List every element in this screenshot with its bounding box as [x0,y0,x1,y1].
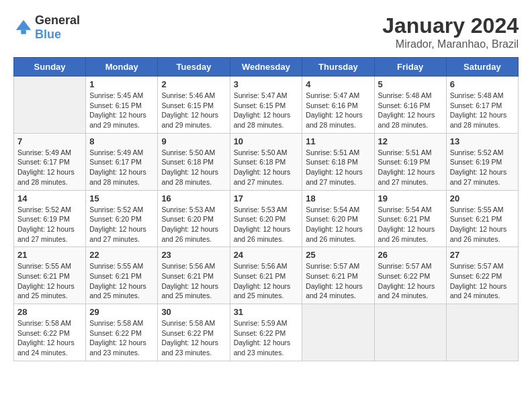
day-number: 22 [89,250,154,260]
day-number: 21 [17,250,82,260]
calendar-cell: 3Sunrise: 5:47 AM Sunset: 6:15 PM Daylig… [230,77,302,134]
calendar-cell: 21Sunrise: 5:55 AM Sunset: 6:21 PM Dayli… [14,247,86,304]
day-info: Sunrise: 5:55 AM Sunset: 6:21 PM Dayligh… [89,261,154,301]
calendar-table: SundayMondayTuesdayWednesdayThursdayFrid… [13,57,519,361]
day-info: Sunrise: 5:50 AM Sunset: 6:18 PM Dayligh… [161,148,226,187]
day-number: 17 [234,193,299,203]
week-row-1: 1Sunrise: 5:45 AM Sunset: 6:15 PM Daylig… [14,77,519,134]
day-number: 3 [234,79,299,89]
day-number: 11 [306,136,370,146]
day-number: 31 [234,307,299,317]
calendar-cell: 16Sunrise: 5:53 AM Sunset: 6:20 PM Dayli… [158,190,230,247]
day-info: Sunrise: 5:45 AM Sunset: 6:15 PM Dayligh… [89,91,154,130]
calendar-cell: 24Sunrise: 5:56 AM Sunset: 6:21 PM Dayli… [230,247,302,304]
day-number: 26 [378,250,443,260]
calendar-cell: 7Sunrise: 5:49 AM Sunset: 6:17 PM Daylig… [14,133,86,190]
day-header-sunday: Sunday [14,58,86,77]
day-info: Sunrise: 5:56 AM Sunset: 6:21 PM Dayligh… [161,261,226,301]
calendar-cell: 29Sunrise: 5:58 AM Sunset: 6:22 PM Dayli… [86,304,158,361]
day-info: Sunrise: 5:57 AM Sunset: 6:22 PM Dayligh… [450,261,515,301]
day-info: Sunrise: 5:55 AM Sunset: 6:21 PM Dayligh… [17,261,82,301]
calendar-title: January 2024 [382,13,519,38]
week-row-5: 28Sunrise: 5:58 AM Sunset: 6:22 PM Dayli… [14,304,519,361]
week-row-3: 14Sunrise: 5:52 AM Sunset: 6:19 PM Dayli… [14,190,519,247]
day-info: Sunrise: 5:55 AM Sunset: 6:21 PM Dayligh… [450,205,515,244]
calendar-cell: 20Sunrise: 5:55 AM Sunset: 6:21 PM Dayli… [446,190,518,247]
calendar-cell: 5Sunrise: 5:48 AM Sunset: 6:16 PM Daylig… [374,77,446,134]
day-number: 25 [306,250,370,260]
day-number: 16 [161,193,226,203]
calendar-cell [446,304,518,361]
calendar-cell: 1Sunrise: 5:45 AM Sunset: 6:15 PM Daylig… [86,77,158,134]
day-number: 23 [161,250,226,260]
day-info: Sunrise: 5:52 AM Sunset: 6:19 PM Dayligh… [17,205,82,244]
day-info: Sunrise: 5:56 AM Sunset: 6:21 PM Dayligh… [234,261,299,301]
calendar-cell: 12Sunrise: 5:51 AM Sunset: 6:19 PM Dayli… [374,133,446,190]
day-header-monday: Monday [86,58,158,77]
day-number: 24 [234,250,299,260]
calendar-cell: 28Sunrise: 5:58 AM Sunset: 6:22 PM Dayli… [14,304,86,361]
calendar-cell: 11Sunrise: 5:51 AM Sunset: 6:18 PM Dayli… [302,133,374,190]
day-header-thursday: Thursday [302,58,374,77]
calendar-cell: 4Sunrise: 5:47 AM Sunset: 6:16 PM Daylig… [302,77,374,134]
day-number: 12 [378,136,443,146]
calendar-cell: 9Sunrise: 5:50 AM Sunset: 6:18 PM Daylig… [158,133,230,190]
day-info: Sunrise: 5:53 AM Sunset: 6:20 PM Dayligh… [234,205,299,244]
logo-blue-text: Blue [35,28,61,41]
day-number: 19 [378,193,443,203]
day-header-wednesday: Wednesday [230,58,302,77]
calendar-cell: 13Sunrise: 5:52 AM Sunset: 6:19 PM Dayli… [446,133,518,190]
day-number: 15 [89,193,154,203]
day-info: Sunrise: 5:47 AM Sunset: 6:16 PM Dayligh… [306,91,370,130]
calendar-cell: 19Sunrise: 5:54 AM Sunset: 6:21 PM Dayli… [374,190,446,247]
day-number: 29 [89,307,154,317]
day-info: Sunrise: 5:54 AM Sunset: 6:21 PM Dayligh… [378,205,443,244]
calendar-cell: 31Sunrise: 5:59 AM Sunset: 6:22 PM Dayli… [230,304,302,361]
day-number: 14 [17,193,82,203]
day-info: Sunrise: 5:58 AM Sunset: 6:22 PM Dayligh… [161,318,226,358]
calendar-cell: 27Sunrise: 5:57 AM Sunset: 6:22 PM Dayli… [446,247,518,304]
calendar-cell: 23Sunrise: 5:56 AM Sunset: 6:21 PM Dayli… [158,247,230,304]
svg-rect-1 [21,30,26,34]
day-info: Sunrise: 5:58 AM Sunset: 6:22 PM Dayligh… [17,318,82,358]
day-info: Sunrise: 5:48 AM Sunset: 6:17 PM Dayligh… [450,91,515,130]
calendar-cell [374,304,446,361]
calendar-cell: 2Sunrise: 5:46 AM Sunset: 6:15 PM Daylig… [158,77,230,134]
calendar-cell: 15Sunrise: 5:52 AM Sunset: 6:20 PM Dayli… [86,190,158,247]
day-number: 6 [450,79,515,89]
calendar-cell: 26Sunrise: 5:57 AM Sunset: 6:22 PM Dayli… [374,247,446,304]
calendar-cell: 8Sunrise: 5:49 AM Sunset: 6:17 PM Daylig… [86,133,158,190]
day-info: Sunrise: 5:50 AM Sunset: 6:18 PM Dayligh… [234,148,299,187]
day-info: Sunrise: 5:48 AM Sunset: 6:16 PM Dayligh… [378,91,443,130]
day-number: 1 [89,79,154,89]
days-header-row: SundayMondayTuesdayWednesdayThursdayFrid… [14,58,519,77]
day-header-friday: Friday [374,58,446,77]
day-header-tuesday: Tuesday [158,58,230,77]
day-number: 28 [17,307,82,317]
calendar-cell: 22Sunrise: 5:55 AM Sunset: 6:21 PM Dayli… [86,247,158,304]
logo-icon [13,17,34,38]
day-number: 5 [378,79,443,89]
day-info: Sunrise: 5:46 AM Sunset: 6:15 PM Dayligh… [161,91,226,130]
day-number: 27 [450,250,515,260]
day-info: Sunrise: 5:52 AM Sunset: 6:19 PM Dayligh… [450,148,515,187]
day-info: Sunrise: 5:51 AM Sunset: 6:18 PM Dayligh… [306,148,370,187]
week-row-4: 21Sunrise: 5:55 AM Sunset: 6:21 PM Dayli… [14,247,519,304]
calendar-cell [14,77,86,134]
day-number: 4 [306,79,370,89]
calendar-cell: 6Sunrise: 5:48 AM Sunset: 6:17 PM Daylig… [446,77,518,134]
calendar-cell: 17Sunrise: 5:53 AM Sunset: 6:20 PM Dayli… [230,190,302,247]
day-number: 13 [450,136,515,146]
day-info: Sunrise: 5:49 AM Sunset: 6:17 PM Dayligh… [89,148,154,187]
day-header-saturday: Saturday [446,58,518,77]
calendar-cell [302,304,374,361]
day-info: Sunrise: 5:57 AM Sunset: 6:22 PM Dayligh… [378,261,443,301]
title-section: January 2024 Mirador, Maranhao, Brazil [382,13,519,50]
day-number: 10 [234,136,299,146]
calendar-cell: 25Sunrise: 5:57 AM Sunset: 6:21 PM Dayli… [302,247,374,304]
calendar-cell: 10Sunrise: 5:50 AM Sunset: 6:18 PM Dayli… [230,133,302,190]
day-info: Sunrise: 5:58 AM Sunset: 6:22 PM Dayligh… [89,318,154,358]
week-row-2: 7Sunrise: 5:49 AM Sunset: 6:17 PM Daylig… [14,133,519,190]
calendar-subtitle: Mirador, Maranhao, Brazil [382,38,519,50]
day-info: Sunrise: 5:57 AM Sunset: 6:21 PM Dayligh… [306,261,370,301]
